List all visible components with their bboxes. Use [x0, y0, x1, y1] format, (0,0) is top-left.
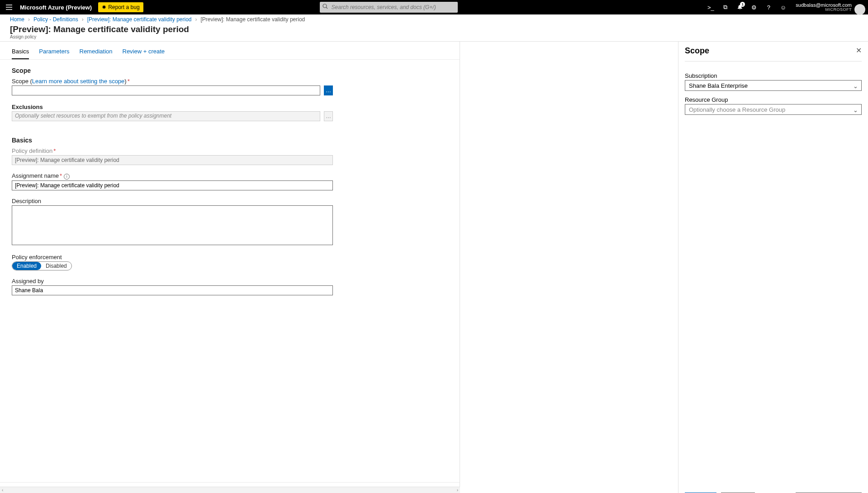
horizontal-scrollbar[interactable]: ‹ › [0, 487, 460, 493]
toggle-disabled[interactable]: Disabled [41, 262, 71, 270]
policy-definition-label: Policy definition* [12, 147, 448, 154]
feedback-button[interactable]: ☺ [776, 0, 790, 14]
divider [685, 61, 862, 62]
policy-definition-label-text: Policy definition [12, 147, 52, 154]
exclusions-input[interactable]: Optionally select resources to exempt fr… [12, 111, 320, 121]
assignment-name-label: Assignment name*i [12, 172, 448, 180]
scope-flyout-panel: Scope ✕ Subscription Shane Bala Enterpri… [678, 42, 868, 493]
info-icon[interactable]: i [64, 174, 70, 180]
tab-basics[interactable]: Basics [12, 48, 29, 59]
scope-label-post: ) [124, 78, 126, 85]
scope-label-pre: Scope ( [12, 78, 32, 85]
form-area: Scope Scope (Learn more about setting th… [0, 60, 460, 482]
description-input[interactable] [12, 205, 333, 245]
flyout-close-button[interactable]: ✕ [856, 46, 862, 55]
description-label: Description [12, 198, 448, 204]
resource-group-label: Resource Group [685, 96, 862, 103]
cloud-shell-icon: >_ [707, 4, 714, 11]
report-bug-label: Report a bug [108, 4, 139, 10]
gear-icon: ⚙ [751, 4, 757, 11]
account-tenant: MICROSOFT [796, 8, 852, 12]
tab-remediation[interactable]: Remediation [80, 48, 113, 59]
scope-picker-button[interactable]: … [324, 85, 333, 95]
page-subtitle: Assign policy [10, 34, 858, 39]
account-menu[interactable]: sudbalas@microsoft.com MICROSOFT [790, 2, 868, 12]
scope-label: Scope (Learn more about setting the scop… [12, 78, 448, 85]
breadcrumb-home[interactable]: Home [10, 16, 24, 23]
smile-icon: ☺ [780, 4, 786, 11]
scope-section-title: Scope [12, 67, 448, 74]
svg-point-0 [323, 4, 327, 8]
policy-enforcement-label: Policy enforcement [12, 254, 448, 261]
breadcrumb: Home › Policy - Definitions › [Preview]:… [0, 14, 868, 24]
tab-bar: Basics Parameters Remediation Review + c… [0, 42, 460, 60]
resource-group-dropdown[interactable]: Optionally choose a Resource Group [685, 104, 862, 115]
avatar [854, 4, 865, 15]
search-icon [323, 4, 328, 10]
breadcrumb-definition[interactable]: [Preview]: Manage certificate validity p… [87, 16, 192, 23]
scroll-left-icon[interactable]: ‹ [2, 488, 3, 493]
required-marker: * [60, 172, 62, 179]
top-bar: Microsoft Azure (Preview) ✸ Report a bug… [0, 0, 868, 14]
notification-badge: 1 [740, 2, 745, 7]
flyout-footer: Select Cancel Clear All Selections [685, 487, 862, 493]
subscription-label: Subscription [685, 72, 862, 79]
tab-review-create[interactable]: Review + create [123, 48, 165, 59]
report-bug-button[interactable]: ✸ Report a bug [98, 2, 143, 12]
search-wrap [320, 2, 458, 13]
toggle-enabled[interactable]: Enabled [12, 262, 41, 270]
bug-icon: ✸ [102, 4, 106, 10]
assigned-by-label: Assigned by [12, 278, 448, 284]
help-button[interactable]: ? [761, 0, 776, 14]
top-icons: >_ ⧉ 🔔︎ 1 ⚙ ? ☺ sudbalas@microsoft.com M… [703, 0, 868, 14]
content-row: Basics Parameters Remediation Review + c… [0, 41, 868, 493]
chevron-right-icon: › [82, 16, 84, 23]
directory-filter-button[interactable]: ⧉ [718, 0, 732, 14]
main-column: Basics Parameters Remediation Review + c… [0, 42, 460, 493]
policy-definition-field [12, 155, 333, 165]
hamburger-icon [6, 5, 12, 10]
assigned-by-input[interactable] [12, 285, 333, 295]
flyout-title: Scope [685, 46, 856, 56]
chevron-right-icon: › [195, 16, 197, 23]
required-marker: * [128, 78, 130, 85]
scope-learn-more-link[interactable]: Learn more about setting the scope [32, 78, 125, 85]
exclusions-label: Exclusions [12, 104, 448, 110]
chevron-right-icon: › [28, 16, 30, 23]
exclusions-picker-button[interactable]: … [324, 111, 333, 121]
required-marker: * [53, 147, 56, 154]
filter-icon: ⧉ [723, 4, 727, 11]
global-search-input[interactable] [320, 2, 458, 13]
tab-parameters[interactable]: Parameters [39, 48, 69, 59]
breadcrumb-current: [Preview]: Manage certificate validity p… [201, 16, 305, 23]
page-heading: [Preview]: Manage certificate validity p… [0, 24, 868, 41]
page-title: [Preview]: Manage certificate validity p… [10, 24, 858, 34]
assignment-name-input[interactable] [12, 180, 333, 190]
scroll-right-icon[interactable]: › [457, 488, 458, 493]
notifications-button[interactable]: 🔔︎ 1 [732, 0, 747, 14]
help-icon: ? [767, 4, 770, 11]
scope-input[interactable] [12, 85, 320, 95]
subscription-dropdown[interactable]: Shane Bala Enterprise [685, 80, 862, 91]
cloud-shell-button[interactable]: >_ [703, 0, 718, 14]
assignment-name-label-text: Assignment name [12, 172, 59, 179]
brand-label: Microsoft Azure (Preview) [20, 4, 92, 11]
breadcrumb-policy-definitions[interactable]: Policy - Definitions [33, 16, 78, 23]
policy-enforcement-toggle[interactable]: Enabled Disabled [12, 261, 72, 270]
menu-toggle-button[interactable] [0, 0, 18, 14]
settings-button[interactable]: ⚙ [747, 0, 761, 14]
basics-section-title: Basics [12, 137, 448, 144]
